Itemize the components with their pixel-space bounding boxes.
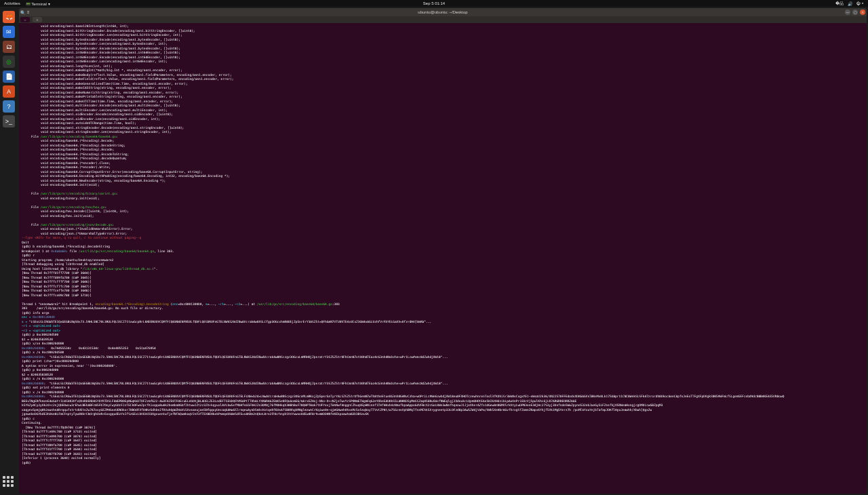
dock-writer[interactable]: 📄: [3, 71, 15, 83]
window-titlebar[interactable]: 🔍 ≡ ubuntu@ubuntu: ~/Desktop — ▢ ✕: [19, 8, 867, 16]
tab-1[interactable]: ⌂: [20, 17, 30, 22]
maximize-button[interactable]: ▢: [852, 9, 858, 15]
dock-firefox[interactable]: 🦊: [3, 11, 15, 23]
dock-help[interactable]: ?: [3, 100, 15, 113]
activities-button[interactable]: Activities: [4, 1, 20, 6]
top-bar: Activities 📟 Terminal ▾ Sep 5 01:14 �品 🔊…: [0, 0, 868, 7]
power-icon[interactable]: ⏻ ▾: [856, 1, 864, 5]
menu-icon[interactable]: ≡: [27, 10, 30, 15]
dock: 🦊 ✉ 🗂 ◎ 📄 A ? >_: [0, 7, 18, 495]
dock-files[interactable]: 🗂: [3, 41, 15, 53]
window-title: ubuntu@ubuntu: ~/Desktop: [418, 10, 467, 14]
clock[interactable]: Sep 5 01:14: [423, 1, 445, 5]
show-applications[interactable]: [3, 476, 15, 488]
terminal-window: 🔍 ≡ ubuntu@ubuntu: ~/Desktop — ▢ ✕ ⌂ + v…: [19, 8, 867, 494]
dock-terminal[interactable]: >_: [3, 115, 15, 127]
minimize-button[interactable]: —: [845, 9, 850, 15]
search-icon[interactable]: 🔍: [20, 10, 25, 15]
terminal-output[interactable]: void encoding/asn1.base128IntLength(int6…: [19, 23, 867, 494]
volume-icon[interactable]: 🔊: [848, 1, 852, 6]
dock-thunderbird[interactable]: ✉: [3, 26, 15, 38]
dock-ubuntu-software[interactable]: A: [3, 85, 15, 98]
new-tab-button[interactable]: +: [33, 17, 42, 22]
dock-software[interactable]: ◎: [3, 56, 15, 68]
tab-bar: ⌂ +: [19, 16, 867, 23]
app-indicator[interactable]: 📟 Terminal ▾: [26, 1, 50, 6]
close-button[interactable]: ✕: [860, 9, 865, 15]
network-icon[interactable]: �品: [835, 1, 844, 7]
